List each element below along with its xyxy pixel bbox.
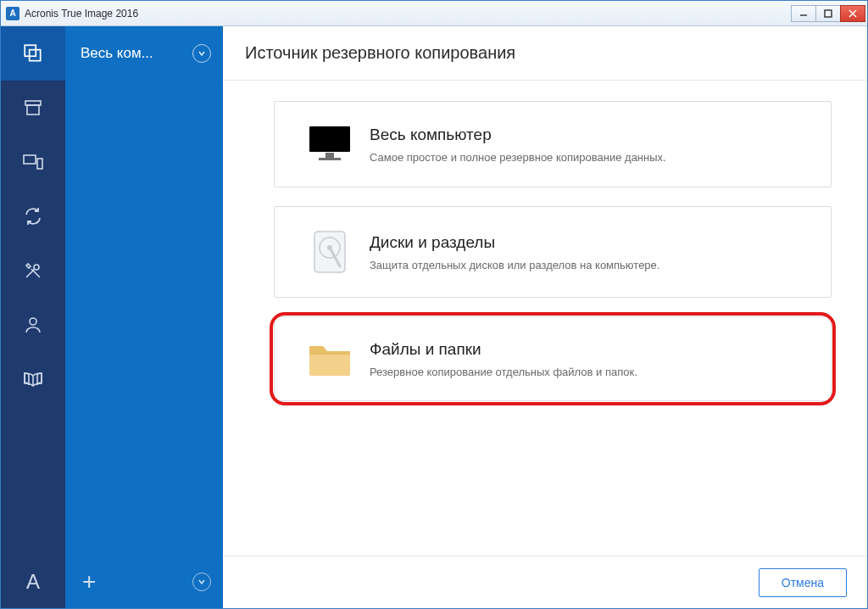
option-desc: Защита отдельных дисков или разделов на … <box>370 259 807 271</box>
side-panel: Весь ком... + <box>65 26 223 608</box>
monitor-icon <box>298 124 361 165</box>
option-title: Диски и разделы <box>370 233 807 252</box>
cancel-button[interactable]: Отмена <box>759 568 847 597</box>
chevron-down-icon <box>192 44 211 63</box>
close-button[interactable] <box>840 5 865 22</box>
acronis-letter-icon: A <box>26 570 40 594</box>
tools-icon <box>23 260 43 281</box>
account-icon <box>23 315 43 335</box>
folder-icon <box>298 339 361 378</box>
maximize-button[interactable] <box>815 5 841 22</box>
option-disks-partitions[interactable]: Диски и разделы Защита отдельных дисков … <box>274 206 832 298</box>
app-body: A Весь ком... + Источник резервного к <box>1 26 867 608</box>
side-header[interactable]: Весь ком... <box>65 26 223 81</box>
side-footer: + <box>65 556 223 608</box>
svg-rect-4 <box>25 45 36 56</box>
window-title: Acronis True Image 2016 <box>25 8 138 20</box>
archive-icon <box>23 98 43 118</box>
page-title: Источник резервного копирования <box>245 43 515 63</box>
main-footer: Отмена <box>223 556 867 608</box>
option-title: Весь компьютер <box>370 126 807 144</box>
svg-rect-5 <box>30 50 41 61</box>
titlebar: A Acronis True Image 2016 <box>1 1 867 26</box>
option-files-folders[interactable]: Файлы и папки Резервное копирование отде… <box>274 316 832 401</box>
devices-icon <box>22 152 44 172</box>
app-window: A Acronis True Image 2016 <box>0 0 868 609</box>
svg-rect-13 <box>309 126 350 152</box>
nav-sync[interactable] <box>1 189 65 243</box>
minimize-button[interactable] <box>791 5 816 22</box>
svg-rect-14 <box>326 153 334 158</box>
nav-tools[interactable] <box>1 243 65 298</box>
svg-rect-1 <box>825 10 832 17</box>
nav-archive[interactable] <box>1 81 65 135</box>
option-desc: Самое простое и полное резервное копиров… <box>370 151 807 164</box>
app-icon: A <box>6 7 19 20</box>
nav-account[interactable] <box>1 298 65 352</box>
svg-rect-15 <box>319 158 341 160</box>
side-header-label: Весь ком... <box>81 45 192 62</box>
option-desc: Резервное копирование отдельных файлов и… <box>370 366 807 378</box>
nav-rail: A <box>1 26 65 608</box>
option-title: Файлы и папки <box>370 340 807 359</box>
main-header: Источник резервного копирования <box>223 26 867 81</box>
book-icon <box>22 369 44 389</box>
options-list: Весь компьютер Самое простое и полное ре… <box>223 81 867 556</box>
svg-rect-7 <box>27 105 39 115</box>
window-controls <box>792 5 865 22</box>
sync-icon <box>23 206 43 226</box>
nav-devices[interactable] <box>1 135 65 189</box>
svg-rect-9 <box>37 159 42 169</box>
option-entire-computer[interactable]: Весь компьютер Самое простое и полное ре… <box>274 101 832 187</box>
add-backup-button[interactable]: + <box>82 568 96 595</box>
side-menu-button[interactable] <box>192 573 211 591</box>
svg-point-11 <box>30 318 36 325</box>
nav-acronis[interactable]: A <box>1 556 65 608</box>
svg-point-10 <box>34 265 39 270</box>
hdd-icon <box>298 229 361 275</box>
svg-rect-8 <box>24 155 36 164</box>
nav-backup[interactable] <box>1 26 65 81</box>
backup-icon <box>22 42 44 64</box>
nav-help[interactable] <box>1 352 65 406</box>
main-panel: Источник резервного копирования Весь ком… <box>223 26 867 608</box>
